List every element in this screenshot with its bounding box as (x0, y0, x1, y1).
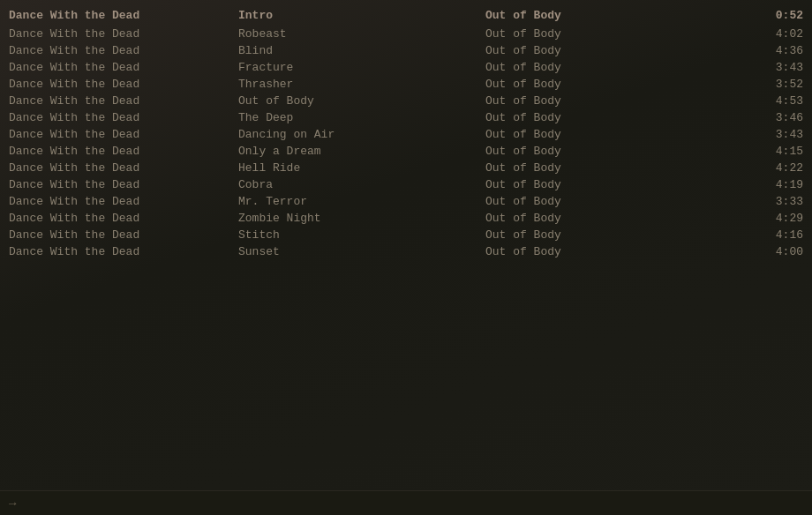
track-artist: Dance With the Dead (9, 161, 177, 175)
table-row[interactable]: Dance With the Dead Only a Dream Out of … (0, 143, 812, 160)
track-duration: 4:36 (750, 44, 803, 57)
header-artist: Dance With the Dead (9, 9, 177, 22)
table-row[interactable]: Dance With the Dead Dancing on Air Out o… (0, 126, 812, 143)
track-title: Sunset (177, 245, 371, 258)
track-artist: Dance With the Dead (9, 228, 177, 242)
table-row[interactable]: Dance With the Dead Mr. Terror Out of Bo… (0, 193, 812, 210)
track-title: Robeast (177, 27, 371, 41)
table-row[interactable]: Dance With the Dead Stitch Out of Body 4… (0, 227, 812, 243)
table-row[interactable]: Dance With the Dead Fracture Out of Body… (0, 59, 812, 76)
track-duration: 4:02 (750, 27, 803, 41)
track-artist: Dance With the Dead (9, 78, 177, 91)
track-duration: 4:53 (750, 94, 803, 108)
track-title: Stitch (177, 228, 371, 242)
track-album: Out of Body (371, 111, 750, 124)
track-title: Mr. Terror (177, 195, 371, 208)
track-artist: Dance With the Dead (9, 245, 177, 258)
header-duration: 0:52 (750, 9, 803, 22)
track-artist: Dance With the Dead (9, 212, 177, 225)
track-album: Out of Body (371, 61, 750, 74)
header-album: Out of Body (371, 9, 750, 22)
track-title: Only a Dream (177, 145, 371, 158)
track-duration: 4:22 (750, 161, 803, 175)
track-title: Cobra (177, 178, 371, 191)
track-album: Out of Body (371, 161, 750, 175)
table-row[interactable]: Dance With the Dead Thrasher Out of Body… (0, 76, 812, 93)
track-album: Out of Body (371, 27, 750, 41)
track-duration: 3:52 (750, 78, 803, 91)
track-artist: Dance With the Dead (9, 178, 177, 191)
track-duration: 4:29 (750, 212, 803, 225)
header-title: Intro (177, 9, 371, 22)
track-title: Zombie Night (177, 212, 371, 225)
track-duration: 4:16 (750, 228, 803, 242)
track-album: Out of Body (371, 78, 750, 91)
track-album: Out of Body (371, 245, 750, 258)
track-title: Dancing on Air (177, 128, 371, 141)
track-duration: 3:46 (750, 111, 803, 124)
track-artist: Dance With the Dead (9, 44, 177, 57)
track-title: Fracture (177, 61, 371, 74)
track-duration: 4:15 (750, 145, 803, 158)
track-artist: Dance With the Dead (9, 111, 177, 124)
track-duration: 3:33 (750, 195, 803, 208)
track-title: Out of Body (177, 94, 371, 108)
track-album: Out of Body (371, 228, 750, 242)
track-title: Blind (177, 44, 371, 57)
track-artist: Dance With the Dead (9, 27, 177, 41)
table-row[interactable]: Dance With the Dead Out of Body Out of B… (0, 93, 812, 109)
track-artist: Dance With the Dead (9, 128, 177, 141)
track-title: Thrasher (177, 78, 371, 91)
table-row[interactable]: Dance With the Dead Blind Out of Body 4:… (0, 42, 812, 59)
track-title: The Deep (177, 111, 371, 124)
track-album: Out of Body (371, 145, 750, 158)
table-row[interactable]: Dance With the Dead Hell Ride Out of Bod… (0, 160, 812, 176)
table-row[interactable]: Dance With the Dead Sunset Out of Body 4… (0, 243, 812, 260)
track-artist: Dance With the Dead (9, 61, 177, 74)
track-album: Out of Body (371, 195, 750, 208)
track-artist: Dance With the Dead (9, 145, 177, 158)
track-album: Out of Body (371, 178, 750, 191)
table-row[interactable]: Dance With the Dead Robeast Out of Body … (0, 26, 812, 42)
track-duration: 4:00 (750, 245, 803, 258)
track-album: Out of Body (371, 94, 750, 108)
track-duration: 3:43 (750, 128, 803, 141)
track-album: Out of Body (371, 128, 750, 141)
table-header: Dance With the Dead Intro Out of Body 0:… (0, 7, 812, 24)
track-artist: Dance With the Dead (9, 195, 177, 208)
bottom-bar: → (0, 490, 812, 515)
track-title: Hell Ride (177, 161, 371, 175)
track-duration: 3:43 (750, 61, 803, 74)
table-row[interactable]: Dance With the Dead The Deep Out of Body… (0, 109, 812, 126)
arrow-icon: → (9, 496, 16, 511)
track-duration: 4:19 (750, 178, 803, 191)
track-album: Out of Body (371, 44, 750, 57)
table-row[interactable]: Dance With the Dead Zombie Night Out of … (0, 210, 812, 227)
track-artist: Dance With the Dead (9, 94, 177, 108)
track-list: Dance With the Dead Intro Out of Body 0:… (0, 0, 812, 267)
track-album: Out of Body (371, 212, 750, 225)
tracks-container: Dance With the Dead Robeast Out of Body … (0, 26, 812, 260)
table-row[interactable]: Dance With the Dead Cobra Out of Body 4:… (0, 176, 812, 193)
